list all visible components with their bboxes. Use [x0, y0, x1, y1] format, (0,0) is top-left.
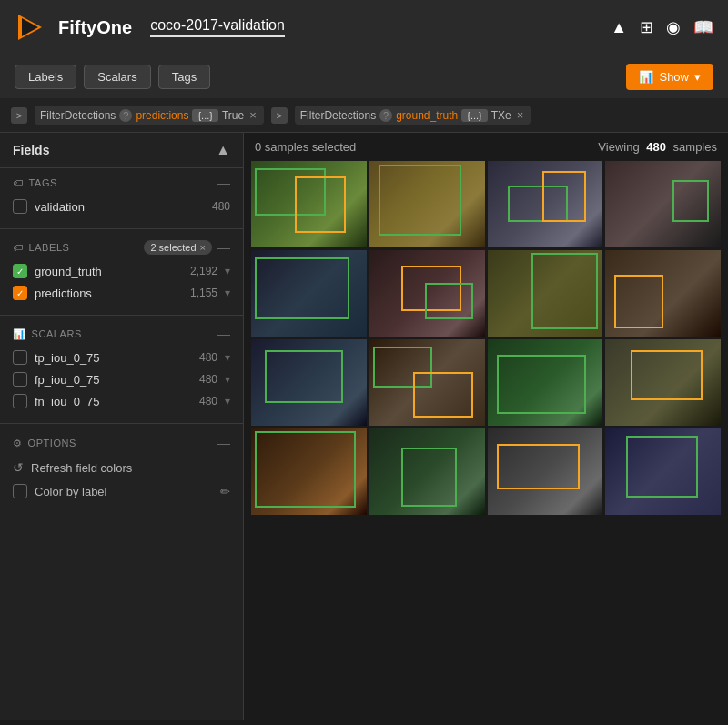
validation-field: validation: [35, 200, 205, 214]
detection-box: [672, 180, 710, 222]
filter1-expand[interactable]: >: [11, 107, 27, 124]
labels-selected-badge[interactable]: 2 selected ×: [144, 240, 212, 255]
labels-section-header: 🏷 LABELS 2 selected × —: [13, 240, 230, 255]
scalars-section-header: 📊 SCALARS —: [13, 327, 230, 341]
content-area: 0 samples selected Viewing 480 samples: [244, 133, 728, 720]
github-icon[interactable]: ◉: [666, 17, 681, 37]
fn-iou-arrow[interactable]: ▾: [225, 395, 230, 408]
filter-bar: > FilterDetections ? predictions {...} T…: [0, 98, 728, 133]
fp-iou-field: fp_iou_0_75: [35, 373, 192, 387]
scalars-collapse[interactable]: —: [217, 327, 230, 341]
header: FiftyOne coco-2017-validation ▲ ⊞ ◉ 📖: [0, 0, 728, 55]
fp-iou-arrow[interactable]: ▾: [225, 373, 230, 386]
image-cell[interactable]: [488, 161, 603, 247]
tags-button[interactable]: Tags: [158, 65, 210, 89]
ground-truth-checkbox[interactable]: ✓: [13, 264, 27, 278]
fn-iou-checkbox[interactable]: [13, 394, 27, 408]
fp-iou-count: 480: [199, 373, 217, 386]
detection-box: [401, 448, 457, 507]
image-grid: [251, 161, 721, 515]
options-section-header: ⚙ OPTIONS —: [13, 436, 230, 450]
predictions-field: predictions: [35, 287, 183, 300]
tp-iou-field: tp_iou_0_75: [35, 351, 192, 365]
image-cell[interactable]: [605, 428, 721, 515]
fp-iou-checkbox[interactable]: [13, 372, 27, 387]
filter2-info-icon[interactable]: ?: [379, 109, 392, 122]
divider-1: [0, 228, 243, 229]
labels-badge-close[interactable]: ×: [200, 242, 206, 253]
scalars-section: 📊 SCALARS — tp_iou_0_75 480 ▾ fp_iou_0_7…: [0, 319, 243, 419]
image-cell[interactable]: [251, 250, 367, 337]
palette-icon[interactable]: ✏: [220, 485, 230, 498]
show-button[interactable]: 📊 Show ▾: [626, 64, 713, 90]
detection-box: [295, 176, 346, 233]
show-chart-icon: 📊: [639, 70, 653, 84]
filter2-expand[interactable]: >: [271, 107, 288, 124]
tags-icon: 🏷: [13, 177, 24, 188]
image-cell[interactable]: [369, 250, 485, 337]
filter1-type: FilterDetections: [40, 109, 116, 122]
detection-box: [413, 372, 473, 417]
predictions-checkbox[interactable]: ✓: [13, 286, 27, 300]
image-cell[interactable]: [488, 339, 603, 426]
color-by-label-option[interactable]: Color by label ✏: [13, 479, 230, 503]
toolbar: Labels Scalars Tags 📊 Show ▾: [0, 55, 728, 98]
labels-icon: 🏷: [13, 242, 24, 253]
image-cell[interactable]: [605, 250, 721, 337]
image-cell[interactable]: [369, 161, 485, 247]
detection-box: [497, 444, 580, 488]
detection-box: [265, 350, 343, 404]
filter1-info-icon[interactable]: ?: [119, 109, 132, 122]
scalars-button[interactable]: Scalars: [84, 65, 150, 89]
refresh-icon: ↺: [13, 460, 24, 475]
predictions-arrow[interactable]: ▾: [225, 287, 230, 299]
detection-box: [614, 275, 662, 328]
tp-iou-arrow[interactable]: ▾: [225, 351, 230, 364]
grid-icon[interactable]: ⊞: [640, 17, 653, 37]
fields-chevron-icon[interactable]: ▲: [216, 142, 230, 158]
labels-collapse[interactable]: —: [217, 240, 230, 255]
fp-iou-row: fp_iou_0_75 480 ▾: [13, 368, 230, 390]
detection-box: [379, 165, 461, 236]
image-cell[interactable]: [251, 339, 367, 426]
filter2-options: {...}: [461, 109, 488, 122]
detection-box: [255, 431, 357, 508]
labels-button[interactable]: Labels: [15, 65, 76, 89]
color-by-label-checkbox[interactable]: [13, 484, 27, 498]
image-cell[interactable]: [251, 161, 367, 247]
book-icon[interactable]: 📖: [693, 17, 713, 37]
fn-iou-row: fn_iou_0_75 480 ▾: [13, 390, 230, 412]
sidebar: Fields ▲ 🏷 TAGS — validation 480: [0, 133, 244, 720]
image-cell[interactable]: [488, 428, 603, 515]
dataset-name: coco-2017-validation: [150, 17, 285, 37]
tp-iou-checkbox[interactable]: [13, 350, 27, 365]
filter2-type: FilterDetections: [300, 109, 376, 122]
labels-title: 🏷 LABELS: [13, 242, 69, 253]
image-cell[interactable]: [605, 339, 721, 426]
scalars-icon: 📊: [13, 328, 26, 340]
filter2-close[interactable]: ×: [515, 108, 526, 122]
detection-box: [542, 171, 586, 221]
refresh-label: Refresh field colors: [31, 461, 132, 475]
detection-box: [425, 283, 473, 319]
image-cell[interactable]: [369, 428, 485, 515]
image-cell[interactable]: [488, 250, 603, 337]
ground-truth-arrow[interactable]: ▾: [225, 265, 230, 277]
filter1-close[interactable]: ×: [248, 108, 258, 122]
options-gear-icon: ⚙: [13, 438, 23, 449]
options-collapse[interactable]: —: [217, 436, 230, 450]
validation-checkbox[interactable]: [13, 199, 27, 214]
fn-iou-count: 480: [199, 395, 217, 408]
tags-collapse[interactable]: —: [217, 176, 230, 190]
fields-label: Fields: [13, 143, 49, 157]
detection-box: [531, 253, 599, 329]
content-header: 0 samples selected Viewing 480 samples: [251, 140, 721, 161]
image-cell[interactable]: [369, 339, 485, 426]
image-cell[interactable]: [251, 428, 367, 515]
signal-icon[interactable]: ▲: [611, 18, 627, 37]
refresh-field-colors-option[interactable]: ↺ Refresh field colors: [13, 456, 230, 479]
filter-group-2: FilterDetections ? ground_truth {...} TX…: [295, 106, 531, 125]
image-cell[interactable]: [605, 161, 721, 247]
color-by-label-label: Color by label: [35, 485, 107, 498]
filter1-field: predictions: [136, 109, 188, 122]
